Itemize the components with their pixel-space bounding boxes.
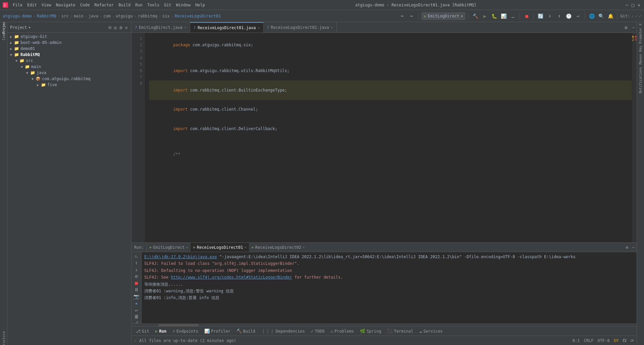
structure-icon[interactable]: Structure xyxy=(0,337,7,344)
bottom-tool-dependencies[interactable]: ⋮⋮⋮ Dependencies xyxy=(259,328,308,335)
settings-icon[interactable]: ⚙ xyxy=(119,24,123,31)
bottom-tool-endpoints[interactable]: ⚡ Endpoints xyxy=(170,328,201,335)
tree-item-src[interactable]: ▼ 📁 src xyxy=(7,58,131,64)
print-button[interactable]: 🖨 xyxy=(133,321,140,324)
project-dropdown-icon[interactable]: ▾ xyxy=(29,25,31,30)
java-exe-link[interactable]: E:\jdk\jdk-17.0.2\bin\java.exe xyxy=(144,254,217,259)
translate-button[interactable]: 🌐 xyxy=(588,12,596,20)
tree-item-package[interactable]: ▼ 📦 com.atguigu.rabbitmq xyxy=(7,76,131,82)
bottom-tool-services[interactable]: ☁ Services xyxy=(417,328,445,335)
menu-file[interactable]: File xyxy=(11,2,24,8)
slf4j-link[interactable]: http://www.slf4j.org/codes.html#StaticLo… xyxy=(171,275,292,280)
run-scrollbar[interactable] xyxy=(131,324,637,326)
run-panel-settings[interactable]: ⚙ xyxy=(624,245,630,250)
back-button[interactable]: ⬅ xyxy=(398,12,406,20)
menu-bar[interactable]: File Edit View Navigate Code Refactor Bu… xyxy=(11,2,207,8)
pause-button[interactable]: ⏸ xyxy=(133,287,140,292)
run-panel-minimize[interactable]: — xyxy=(630,245,637,250)
bottom-tool-spring[interactable]: 🌿 Spring xyxy=(357,328,384,335)
bottom-tool-terminal[interactable]: ⬛ Terminal xyxy=(384,328,416,335)
run-tab-receivelogsdirect02[interactable]: ▶ ReceiveLogsDirect02 ✕ xyxy=(249,243,307,252)
tab-close-2[interactable]: ✕ xyxy=(258,26,260,30)
position-indicator[interactable]: 8:1 xyxy=(573,338,580,343)
editor-tab-expand[interactable]: — xyxy=(630,25,637,30)
menu-help[interactable]: Help xyxy=(193,2,207,8)
right-tool-maven[interactable]: Maven xyxy=(637,53,644,66)
tree-item-rabbitmq[interactable]: ▼ 📁 RabbitMQ xyxy=(7,52,131,58)
close-panel-icon[interactable]: ✕ xyxy=(124,24,128,31)
menu-view[interactable]: View xyxy=(40,2,53,8)
menu-code[interactable]: Code xyxy=(78,2,92,8)
background-tasks[interactable]: ⟳ xyxy=(631,338,634,343)
right-tool-notifications[interactable]: Notifications xyxy=(637,66,644,95)
run-tab-close-1[interactable]: ✕ xyxy=(186,245,188,249)
tab-close-1[interactable]: ✕ xyxy=(184,25,186,29)
menu-tools[interactable]: Tools xyxy=(145,2,161,8)
search-button[interactable]: 🔍 xyxy=(597,12,605,20)
code-editor[interactable]: 1 2 3 4 5 6 7 8 package com.atguigu.rabb… xyxy=(131,33,637,242)
bottom-tool-build[interactable]: 🔨 Build xyxy=(234,328,258,335)
run-configuration-selector[interactable]: ▶ EmitLogDirect ▾ xyxy=(421,12,466,20)
tab-close-3[interactable]: ✕ xyxy=(331,25,333,29)
snapshot-button[interactable]: 📷 xyxy=(133,294,140,299)
bottom-toolbar[interactable]: ⎇ Git ▶ Run ⚡ Endpoints 📊 Profiler 🔨 Bui… xyxy=(131,326,637,336)
bottom-tool-git[interactable]: ⎇ Git xyxy=(133,328,152,335)
git-update-button[interactable]: ⬇ xyxy=(546,12,554,20)
menu-edit[interactable]: Edit xyxy=(25,2,39,8)
run-tab-receivelogsdirect01[interactable]: ▶ ReceiveLogsDirect01 ✕ xyxy=(191,243,249,252)
settings-run-button[interactable]: ⚙ xyxy=(133,274,140,279)
tree-item-main[interactable]: ▼ 📁 main xyxy=(7,64,131,70)
debug-button[interactable]: 🐛 xyxy=(490,12,498,20)
code-content[interactable]: package com.atguigu.rabbitmq.six; import… xyxy=(145,33,632,242)
run-scrollbar-thumb[interactable] xyxy=(158,324,199,326)
notification-icon[interactable]: SY xyxy=(614,338,619,343)
scroll-down-button[interactable]: ↓ xyxy=(133,267,140,272)
run-tab-close-2[interactable]: ✕ xyxy=(244,245,246,249)
tab-receivelogsdirect01[interactable]: J ReceiveLogsDirect01.java ✕ xyxy=(190,22,263,33)
project-tree[interactable]: ▶ 📁 atgiugu-Git ▶ 📁 boot-web-05-admin ▶ … xyxy=(7,33,131,345)
update-button[interactable]: 🔄 xyxy=(536,12,544,20)
menu-build[interactable]: Build xyxy=(116,2,132,8)
tree-item-demo01[interactable]: ▶ 📁 demo01 xyxy=(7,46,131,52)
collapse-all-icon[interactable]: ⊟ xyxy=(108,24,112,31)
tab-receivelogsdirect02[interactable]: J ReceiveLogsDirect02.java ✕ xyxy=(264,22,337,33)
run-tabs-bar[interactable]: Run: ▶ EmitLogDirect ✕ ▶ ReceiveLogsDire… xyxy=(131,243,637,252)
menu-run[interactable]: Run xyxy=(133,2,145,8)
wrap-button[interactable]: ↵ xyxy=(133,307,140,312)
run-output[interactable]: E:\jdk\jdk-17.0.2\bin\java.exe "-javaage… xyxy=(142,252,637,324)
locate-icon[interactable]: ◎ xyxy=(113,24,117,31)
forward-button[interactable]: ➡ xyxy=(408,12,416,20)
menu-git[interactable]: Git xyxy=(162,2,173,8)
build-button[interactable]: 🔨 xyxy=(471,12,479,20)
clear-button[interactable]: 🗑 xyxy=(133,314,140,319)
menu-refactor[interactable]: Refactor xyxy=(92,2,116,8)
bottom-tool-run[interactable]: ▶ Run xyxy=(153,328,169,335)
filter-button[interactable]: ★ xyxy=(133,300,140,306)
breadcrumb-module[interactable]: RabbitMQ xyxy=(37,14,56,18)
editor-tabs[interactable]: J EmitLogDirect.java ✕ J ReceiveLogsDire… xyxy=(131,22,637,33)
close-button[interactable]: ✕ xyxy=(637,3,641,7)
breadcrumb-project[interactable]: atgiugu-demo xyxy=(3,14,32,18)
breadcrumb-file[interactable]: ReceiveLogsDirect01 xyxy=(175,14,221,18)
tree-item-java[interactable]: ▼ 📁 java xyxy=(7,70,131,76)
more-run-button[interactable]: … xyxy=(509,12,517,20)
stop-button[interactable]: ■ xyxy=(523,12,531,20)
tree-item-five[interactable]: ▶ 📁 five xyxy=(7,82,131,88)
window-controls[interactable]: ─ □ ✕ xyxy=(625,3,641,7)
run-tab-emitlogdirect[interactable]: ▶ EmitLogDirect ✕ xyxy=(147,243,191,252)
tree-item-atgiugu-git[interactable]: ▶ 📁 atgiugu-Git xyxy=(7,34,131,40)
tree-item-boot-web[interactable]: ▶ 📁 boot-web-05-admin xyxy=(7,40,131,46)
stop-run-button[interactable]: ■ xyxy=(133,280,140,286)
maximize-button[interactable]: □ xyxy=(631,3,635,7)
line-separator[interactable]: CRLF xyxy=(584,338,594,343)
notifications-button[interactable]: 🔔 xyxy=(606,12,614,20)
tab-emitlogdirect[interactable]: J EmitLogDirect.java ✕ xyxy=(131,22,190,33)
run-tab-close-3[interactable]: ✕ xyxy=(303,245,305,249)
git-history-button[interactable]: 🕐 xyxy=(565,12,573,20)
coverage-button[interactable]: 📊 xyxy=(499,12,507,20)
bottom-tool-profiler[interactable]: 📊 Profiler xyxy=(202,328,233,335)
editor-tab-settings[interactable]: ⚙ xyxy=(622,25,630,30)
menu-navigate[interactable]: Navigate xyxy=(54,2,77,8)
commit-icon[interactable]: Commit xyxy=(0,31,7,38)
git-push-button[interactable]: ⬆ xyxy=(555,12,563,20)
